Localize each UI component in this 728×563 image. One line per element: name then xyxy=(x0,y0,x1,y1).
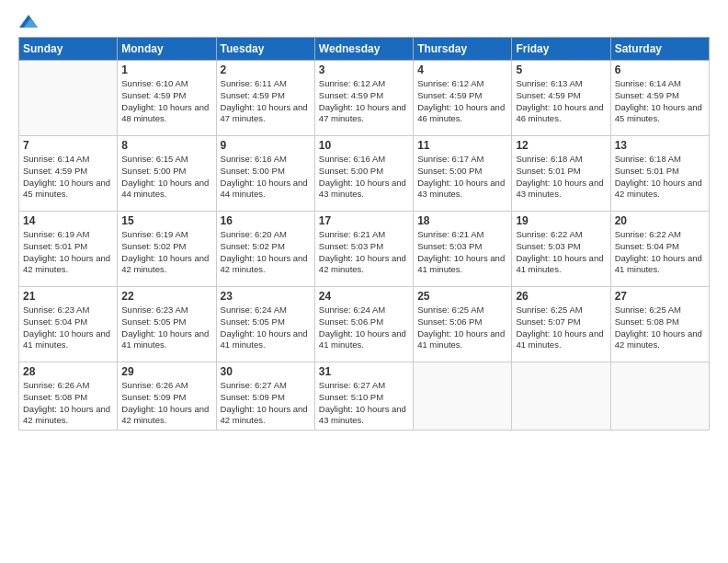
day-number: 25 xyxy=(417,290,507,303)
day-number: 22 xyxy=(121,290,211,303)
day-info: Sunrise: 6:19 AMSunset: 5:02 PMDaylight:… xyxy=(121,229,211,276)
day-number: 18 xyxy=(417,214,507,227)
weekday-tuesday: Tuesday xyxy=(216,38,314,61)
calendar-cell: 22Sunrise: 6:23 AMSunset: 5:05 PMDayligh… xyxy=(118,287,216,362)
day-number: 13 xyxy=(615,139,705,152)
day-number: 4 xyxy=(417,63,507,76)
day-info: Sunrise: 6:18 AMSunset: 5:01 PMDaylight:… xyxy=(615,154,705,201)
calendar-cell: 23Sunrise: 6:24 AMSunset: 5:05 PMDayligh… xyxy=(216,287,314,362)
calendar-table: SundayMondayTuesdayWednesdayThursdayFrid… xyxy=(18,37,710,431)
day-info: Sunrise: 6:13 AMSunset: 4:59 PMDaylight:… xyxy=(516,78,606,125)
calendar-cell xyxy=(414,362,512,431)
day-number: 1 xyxy=(121,63,211,76)
day-info: Sunrise: 6:16 AMSunset: 5:00 PMDaylight:… xyxy=(319,154,409,201)
calendar-cell xyxy=(19,61,118,136)
week-row-1: 1Sunrise: 6:10 AMSunset: 4:59 PMDaylight… xyxy=(19,61,710,136)
day-number: 12 xyxy=(516,139,606,152)
day-number: 11 xyxy=(417,139,507,152)
calendar-cell xyxy=(512,362,610,431)
day-info: Sunrise: 6:10 AMSunset: 4:59 PMDaylight:… xyxy=(121,78,211,125)
calendar-cell: 26Sunrise: 6:25 AMSunset: 5:07 PMDayligh… xyxy=(512,287,610,362)
calendar-cell: 11Sunrise: 6:17 AMSunset: 5:00 PMDayligh… xyxy=(414,136,512,212)
calendar-cell: 14Sunrise: 6:19 AMSunset: 5:01 PMDayligh… xyxy=(19,212,118,287)
day-info: Sunrise: 6:24 AMSunset: 5:05 PMDaylight:… xyxy=(221,304,311,351)
day-number: 7 xyxy=(23,139,113,152)
calendar-cell: 9Sunrise: 6:16 AMSunset: 5:00 PMDaylight… xyxy=(216,136,314,212)
day-info: Sunrise: 6:23 AMSunset: 5:05 PMDaylight:… xyxy=(121,304,211,351)
calendar-cell: 17Sunrise: 6:21 AMSunset: 5:03 PMDayligh… xyxy=(314,212,413,287)
calendar-cell: 7Sunrise: 6:14 AMSunset: 4:59 PMDaylight… xyxy=(19,136,118,212)
calendar-cell: 12Sunrise: 6:18 AMSunset: 5:01 PMDayligh… xyxy=(512,136,610,212)
day-info: Sunrise: 6:23 AMSunset: 5:04 PMDaylight:… xyxy=(23,304,113,351)
day-info: Sunrise: 6:26 AMSunset: 5:08 PMDaylight:… xyxy=(23,380,113,427)
calendar-cell: 24Sunrise: 6:24 AMSunset: 5:06 PMDayligh… xyxy=(314,287,413,362)
calendar-cell xyxy=(610,362,709,431)
calendar-cell: 28Sunrise: 6:26 AMSunset: 5:08 PMDayligh… xyxy=(19,362,118,431)
day-info: Sunrise: 6:26 AMSunset: 5:09 PMDaylight:… xyxy=(121,380,211,427)
day-info: Sunrise: 6:19 AMSunset: 5:01 PMDaylight:… xyxy=(23,229,113,276)
weekday-friday: Friday xyxy=(512,38,610,61)
calendar-cell: 20Sunrise: 6:22 AMSunset: 5:04 PMDayligh… xyxy=(610,212,709,287)
day-number: 14 xyxy=(23,214,113,227)
day-info: Sunrise: 6:11 AMSunset: 4:59 PMDaylight:… xyxy=(221,78,311,125)
calendar-cell: 1Sunrise: 6:10 AMSunset: 4:59 PMDaylight… xyxy=(118,61,216,136)
day-number: 24 xyxy=(319,290,409,303)
calendar-cell: 16Sunrise: 6:20 AMSunset: 5:02 PMDayligh… xyxy=(216,212,314,287)
day-number: 28 xyxy=(23,365,113,378)
day-info: Sunrise: 6:12 AMSunset: 4:59 PMDaylight:… xyxy=(319,78,409,125)
day-number: 8 xyxy=(121,139,211,152)
day-info: Sunrise: 6:21 AMSunset: 5:03 PMDaylight:… xyxy=(319,229,409,276)
day-info: Sunrise: 6:25 AMSunset: 5:08 PMDaylight:… xyxy=(615,304,705,351)
day-info: Sunrise: 6:22 AMSunset: 5:03 PMDaylight:… xyxy=(516,229,606,276)
calendar-cell: 30Sunrise: 6:27 AMSunset: 5:09 PMDayligh… xyxy=(216,362,314,431)
calendar-cell: 25Sunrise: 6:25 AMSunset: 5:06 PMDayligh… xyxy=(414,287,512,362)
day-number: 2 xyxy=(221,63,311,76)
calendar-cell: 6Sunrise: 6:14 AMSunset: 4:59 PMDaylight… xyxy=(610,61,709,136)
calendar-cell: 31Sunrise: 6:27 AMSunset: 5:10 PMDayligh… xyxy=(314,362,413,431)
weekday-wednesday: Wednesday xyxy=(314,38,413,61)
calendar-cell: 2Sunrise: 6:11 AMSunset: 4:59 PMDaylight… xyxy=(216,61,314,136)
weekday-monday: Monday xyxy=(118,38,216,61)
calendar-page: SundayMondayTuesdayWednesdayThursdayFrid… xyxy=(0,0,728,563)
calendar-cell: 15Sunrise: 6:19 AMSunset: 5:02 PMDayligh… xyxy=(118,212,216,287)
day-number: 27 xyxy=(615,290,705,303)
day-number: 9 xyxy=(221,139,311,152)
week-row-4: 21Sunrise: 6:23 AMSunset: 5:04 PMDayligh… xyxy=(19,287,710,362)
logo-icon xyxy=(19,15,38,28)
day-info: Sunrise: 6:12 AMSunset: 4:59 PMDaylight:… xyxy=(417,78,507,125)
day-number: 15 xyxy=(121,214,211,227)
day-info: Sunrise: 6:27 AMSunset: 5:10 PMDaylight:… xyxy=(319,380,409,427)
day-info: Sunrise: 6:18 AMSunset: 5:01 PMDaylight:… xyxy=(516,154,606,201)
day-number: 26 xyxy=(516,290,606,303)
day-number: 29 xyxy=(121,365,211,378)
day-info: Sunrise: 6:15 AMSunset: 5:00 PMDaylight:… xyxy=(121,154,211,201)
calendar-cell: 19Sunrise: 6:22 AMSunset: 5:03 PMDayligh… xyxy=(512,212,610,287)
day-number: 30 xyxy=(221,365,311,378)
day-number: 3 xyxy=(319,63,409,76)
calendar-cell: 27Sunrise: 6:25 AMSunset: 5:08 PMDayligh… xyxy=(610,287,709,362)
calendar-cell: 3Sunrise: 6:12 AMSunset: 4:59 PMDaylight… xyxy=(314,61,413,136)
day-number: 17 xyxy=(319,214,409,227)
day-number: 31 xyxy=(319,365,409,378)
day-info: Sunrise: 6:17 AMSunset: 5:00 PMDaylight:… xyxy=(417,154,507,201)
day-number: 16 xyxy=(221,214,311,227)
calendar-cell: 5Sunrise: 6:13 AMSunset: 4:59 PMDaylight… xyxy=(512,61,610,136)
day-number: 6 xyxy=(615,63,705,76)
day-info: Sunrise: 6:16 AMSunset: 5:00 PMDaylight:… xyxy=(221,154,311,201)
day-info: Sunrise: 6:25 AMSunset: 5:07 PMDaylight:… xyxy=(516,304,606,351)
week-row-5: 28Sunrise: 6:26 AMSunset: 5:08 PMDayligh… xyxy=(19,362,710,431)
weekday-sunday: Sunday xyxy=(19,38,118,61)
day-number: 21 xyxy=(23,290,113,303)
day-info: Sunrise: 6:22 AMSunset: 5:04 PMDaylight:… xyxy=(615,229,705,276)
day-info: Sunrise: 6:24 AMSunset: 5:06 PMDaylight:… xyxy=(319,304,409,351)
weekday-thursday: Thursday xyxy=(414,38,512,61)
calendar-cell: 21Sunrise: 6:23 AMSunset: 5:04 PMDayligh… xyxy=(19,287,118,362)
calendar-cell: 8Sunrise: 6:15 AMSunset: 5:00 PMDaylight… xyxy=(118,136,216,212)
week-row-3: 14Sunrise: 6:19 AMSunset: 5:01 PMDayligh… xyxy=(19,212,710,287)
day-info: Sunrise: 6:27 AMSunset: 5:09 PMDaylight:… xyxy=(221,380,311,427)
day-info: Sunrise: 6:25 AMSunset: 5:06 PMDaylight:… xyxy=(417,304,507,351)
day-info: Sunrise: 6:14 AMSunset: 4:59 PMDaylight:… xyxy=(23,154,113,201)
week-row-2: 7Sunrise: 6:14 AMSunset: 4:59 PMDaylight… xyxy=(19,136,710,212)
calendar-cell: 13Sunrise: 6:18 AMSunset: 5:01 PMDayligh… xyxy=(610,136,709,212)
day-number: 5 xyxy=(516,63,606,76)
